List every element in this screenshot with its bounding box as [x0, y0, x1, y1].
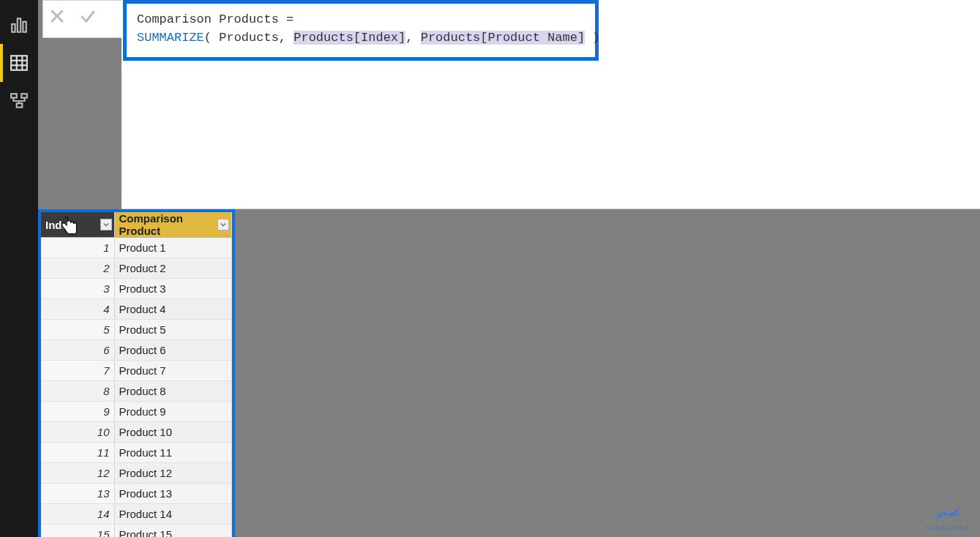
table-icon	[10, 53, 29, 72]
svg-line-14	[954, 510, 955, 514]
data-grid-area: Index Comparison Product	[38, 209, 980, 537]
svg-rect-0	[12, 24, 15, 32]
filter-button-index[interactable]	[100, 219, 112, 230]
model-icon	[10, 91, 29, 110]
table-row[interactable]: 5Product 5	[41, 320, 231, 340]
svg-rect-10	[17, 103, 23, 107]
dna-icon	[933, 505, 962, 524]
bar-chart-icon	[10, 15, 29, 34]
table-body: 1Product 1 2Product 2 3Product 3 4Produc…	[41, 238, 231, 538]
svg-rect-1	[18, 18, 20, 31]
svg-rect-9	[21, 94, 27, 97]
filter-button-product[interactable]	[217, 219, 229, 230]
data-grid[interactable]: Index Comparison Product	[38, 209, 235, 537]
formula-keyword: SUMMARIZE	[137, 31, 204, 45]
subscribe-badge[interactable]: SUBSCRIBE	[925, 505, 970, 531]
formula-editor[interactable]: Comparison Products = SUMMARIZE( Product…	[123, 0, 599, 61]
cancel-button[interactable]	[48, 7, 66, 28]
table-row[interactable]: 2Product 2	[41, 258, 231, 279]
table-row[interactable]: 14Product 14	[41, 504, 231, 525]
table-row[interactable]: 7Product 7	[41, 361, 231, 381]
chevron-down-icon	[220, 222, 226, 227]
table-row[interactable]: 3Product 3	[41, 279, 231, 299]
table-row[interactable]: 1Product 1	[41, 238, 231, 258]
table-row[interactable]: 4Product 4	[41, 299, 231, 320]
nav-data-view[interactable]	[0, 44, 38, 82]
svg-rect-8	[11, 94, 17, 97]
table-row[interactable]: 13Product 13	[41, 484, 231, 504]
table-row[interactable]: 12Product 12	[41, 463, 231, 484]
table-row[interactable]: 11Product 11	[41, 443, 231, 463]
chevron-down-icon	[103, 222, 109, 227]
main-area: Comparison Products = SUMMARIZE( Product…	[38, 0, 980, 537]
commit-button[interactable]	[79, 7, 97, 28]
table-row[interactable]: 9Product 9	[41, 402, 231, 422]
formula-area: Comparison Products = SUMMARIZE( Product…	[38, 0, 980, 209]
nav-report-view[interactable]	[0, 6, 38, 44]
column-header-product[interactable]: Comparison Product	[114, 212, 231, 238]
svg-rect-3	[11, 56, 27, 70]
nav-model-view[interactable]	[0, 82, 38, 120]
table-row[interactable]: 8Product 8	[41, 381, 231, 402]
svg-rect-2	[23, 22, 26, 32]
table-row[interactable]: 6Product 6	[41, 340, 231, 361]
check-icon	[79, 7, 97, 25]
subscribe-label: SUBSCRIBE	[925, 525, 970, 531]
close-icon	[48, 7, 66, 25]
column-header-index[interactable]: Index	[41, 212, 114, 238]
formula-toolbar	[48, 6, 97, 29]
table-row[interactable]: 15Product 15	[41, 525, 231, 538]
table-row[interactable]: 10Product 10	[41, 422, 231, 443]
column-label: Index	[45, 219, 74, 231]
nav-rail	[0, 0, 38, 537]
formula-line1: Comparison Products =	[137, 12, 293, 26]
column-label: Comparison Product	[119, 212, 184, 237]
